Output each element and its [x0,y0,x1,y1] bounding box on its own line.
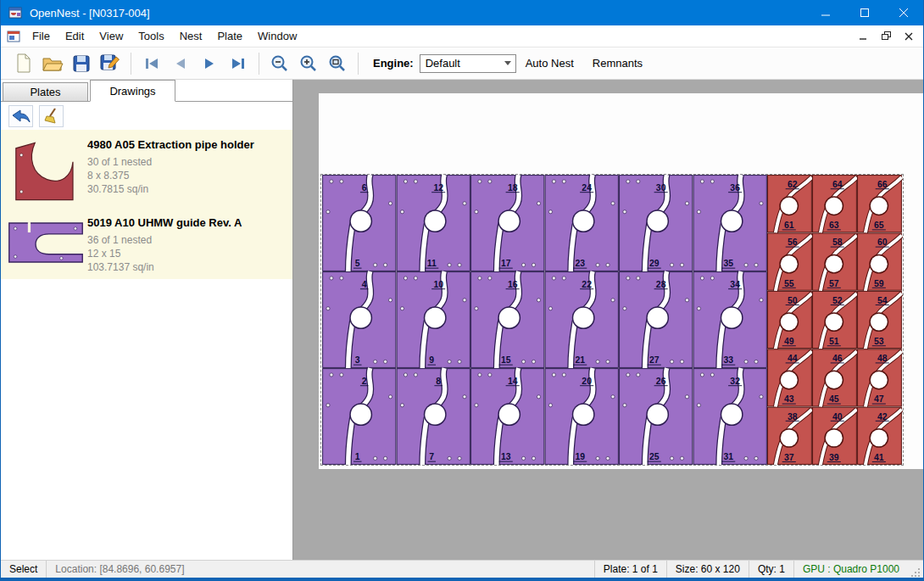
red-part-pair[interactable]: 4645 [813,349,857,407]
nav-first-button[interactable] [137,50,166,77]
drawing-list: 4980 A05 Extraction pipe holder 30 of 1 … [1,130,292,279]
nav-last-button[interactable] [224,50,253,77]
zoom-out-button[interactable] [265,50,294,77]
purple-part-pair[interactable]: 2827 [620,271,693,368]
purple-part-pair[interactable]: 1211 [397,175,470,271]
red-part-pair[interactable]: 5049 [768,291,812,349]
status-qty: Qty: 1 [749,561,793,578]
purple-part-pair[interactable]: 87 [397,368,470,465]
purple-part-pair[interactable]: 3231 [693,368,766,465]
red-part-pair[interactable]: 5655 [768,233,812,291]
red-part-pair[interactable]: 5453 [858,291,902,349]
new-document-button[interactable] [9,50,38,77]
document-icon[interactable] [7,31,20,42]
svg-text:52: 52 [832,296,843,305]
svg-text:2: 2 [362,377,367,386]
menu-window[interactable]: Window [250,26,304,46]
menu-plate[interactable]: Plate [209,26,250,46]
engine-select[interactable]: Default [420,54,516,73]
svg-text:45: 45 [829,394,839,404]
purple-part-pair[interactable]: 109 [397,271,470,368]
svg-text:30: 30 [656,183,666,193]
svg-text:8: 8 [436,377,441,386]
mdi-close-button[interactable] [899,28,919,45]
tab-drawings[interactable]: Drawings [90,80,175,102]
zoom-fit-button[interactable] [323,50,352,77]
menu-file[interactable]: File [25,26,58,46]
purple-part-pair[interactable]: 2625 [620,368,693,465]
purple-part-pair[interactable]: 1413 [471,368,544,465]
red-part-pair[interactable]: 6261 [768,176,812,233]
purple-part-pair[interactable]: 21 [323,368,396,465]
svg-text:29: 29 [649,259,660,268]
svg-text:53: 53 [874,337,884,346]
menu-edit[interactable]: Edit [58,26,92,46]
nav-next-button[interactable] [195,50,224,77]
clean-broom-button[interactable] [39,105,64,127]
nest-plate-svg[interactable]: 6512111817242330293635431091615222128273… [320,174,904,466]
purple-part-pair[interactable]: 3635 [693,175,766,271]
engine-selected-value: Default [426,57,460,70]
drawing-nested-count: 36 of 1 nested [87,233,242,247]
purple-part-pair[interactable]: 2019 [545,368,618,465]
purple-part-pair[interactable]: 65 [323,175,396,271]
svg-text:36: 36 [730,183,740,193]
purple-part-pair[interactable]: 2221 [545,271,618,368]
purple-part-pair[interactable]: 1615 [471,271,544,368]
maximize-button[interactable] [845,0,884,25]
save-as-button[interactable] [96,50,125,77]
save-button[interactable] [67,50,96,77]
svg-text:1: 1 [355,452,360,461]
purple-part-pair[interactable]: 3029 [620,175,693,271]
svg-text:35: 35 [723,259,733,268]
drawing-list-item[interactable]: 4980 A05 Extraction pipe holder 30 of 1 … [1,130,292,208]
purple-part-pair[interactable]: 1817 [471,175,544,271]
remnants-button[interactable]: Remnants [583,57,652,70]
red-part-pair[interactable]: 4847 [858,349,902,407]
svg-text:47: 47 [874,394,884,404]
drawing-list-item[interactable]: 5019 A10 UHMW guide Rev. A 36 of 1 neste… [1,208,292,279]
app-window: OpenNest - [N0317-004] File Edit View To… [0,0,924,581]
purple-part-pair[interactable]: 3433 [693,271,766,368]
red-part-pair[interactable]: 3837 [768,407,812,465]
svg-text:7: 7 [429,452,434,461]
titlebar: OpenNest - [N0317-004] [1,0,923,25]
zoom-in-button[interactable] [294,50,323,77]
purple-part-pair[interactable]: 2423 [545,175,618,271]
minimize-button[interactable] [806,0,845,25]
drawing-thumbnail-purple [4,214,87,274]
red-part-pair[interactable]: 5251 [813,291,857,349]
svg-text:42: 42 [877,412,888,422]
mdi-minimize-button[interactable] [853,28,873,45]
tab-plates[interactable]: Plates [3,82,88,101]
menu-tools[interactable]: Tools [131,26,171,46]
open-file-button[interactable] [38,50,67,77]
purple-part-pair[interactable]: 43 [323,271,396,368]
close-button[interactable] [884,0,923,25]
nest-canvas[interactable]: 6512111817242330293635431091615222128273… [293,80,923,560]
main-toolbar: Engine: Default Auto Nest Remnants [1,47,923,80]
red-part-pair[interactable]: 5857 [813,233,857,291]
auto-nest-button[interactable]: Auto Nest [516,57,583,70]
red-part-pair[interactable]: 4039 [813,407,857,465]
red-part-pair[interactable]: 4443 [768,349,812,407]
import-drawing-button[interactable] [8,105,33,127]
statusbar: Select Location: [84.8696, 60.6957] Plat… [1,560,923,578]
red-part-pair[interactable]: 6463 [813,176,857,233]
menu-view[interactable]: View [92,26,131,46]
resize-grip[interactable] [908,561,923,578]
nav-previous-button[interactable] [166,50,195,77]
red-part-pair[interactable]: 4241 [858,407,902,465]
menu-nest[interactable]: Nest [172,26,210,46]
svg-text:41: 41 [874,453,884,462]
status-gpu: GPU : Quadro P1000 [793,561,908,578]
red-part-pair[interactable]: 6665 [858,176,902,233]
svg-text:22: 22 [582,280,592,289]
svg-text:20: 20 [582,377,592,386]
drawing-size: 8 x 8.375 [87,169,254,182]
svg-text:12: 12 [433,183,443,193]
svg-text:57: 57 [829,279,839,288]
mdi-restore-button[interactable] [876,28,896,45]
red-part-pair[interactable]: 6059 [858,233,902,291]
status-mode: Select [1,561,47,578]
